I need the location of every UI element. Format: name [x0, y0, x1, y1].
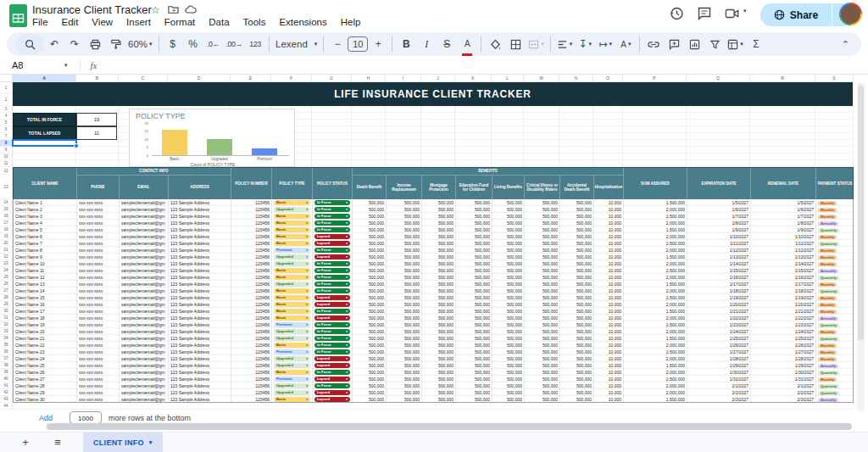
policy-type-chip[interactable]: Premium▾ [274, 248, 310, 253]
policy-status-chip[interactable]: In Force▾ [314, 370, 350, 375]
column-header-P[interactable]: P [623, 75, 687, 81]
menu-help[interactable]: Help [341, 17, 361, 27]
row-header-29[interactable]: 29 [0, 301, 13, 308]
row-header-22[interactable]: 22 [0, 254, 13, 260]
column-header-I[interactable]: I [386, 75, 421, 81]
row-header-12[interactable]: 12 [0, 167, 13, 175]
policy-status-chip[interactable]: In Force▾ [314, 322, 350, 327]
decrease-font-size-icon[interactable]: − [327, 34, 348, 54]
row-header-41[interactable]: 41 [0, 382, 13, 389]
policy-status-chip[interactable]: In Force▾ [314, 383, 350, 388]
policy-type-chip[interactable]: Upgraded▾ [274, 282, 310, 287]
row-header-10[interactable]: 10 [0, 153, 13, 160]
row-header-8[interactable]: 8 [0, 140, 13, 147]
row-header-39[interactable]: 39 [0, 369, 13, 376]
policy-type-chart[interactable]: POLICY TYPE Count of POLICY TYPE 0510152… [129, 109, 295, 167]
policy-status-chip[interactable]: In Force▾ [314, 282, 350, 287]
row-header-1[interactable]: 1 [0, 82, 13, 94]
policy-type-chip[interactable]: Upgraded▾ [274, 261, 310, 266]
comment-history-icon[interactable] [697, 6, 712, 21]
policy-status-chip[interactable]: Lapsed▾ [314, 241, 350, 246]
all-sheets-icon[interactable]: ≡ [51, 436, 64, 449]
version-history-icon[interactable] [669, 6, 684, 21]
meet-camera-icon[interactable] [725, 6, 740, 21]
menu-tools[interactable]: Tools [243, 17, 266, 27]
menu-edit[interactable]: Edit [62, 17, 79, 27]
policy-type-chip[interactable]: Basic▾ [274, 295, 310, 300]
row-header-7[interactable]: 7 [0, 133, 13, 140]
policy-status-chip[interactable]: Lapsed▾ [314, 356, 350, 361]
menu-view[interactable]: View [92, 17, 113, 27]
column-header-Q[interactable]: Q [687, 75, 750, 81]
policy-type-chip[interactable]: Basic▾ [274, 234, 310, 239]
menu-extensions[interactable]: Extensions [279, 17, 326, 27]
policy-type-chip[interactable]: Premium▾ [274, 377, 310, 382]
policy-type-chip[interactable]: Premium▾ [274, 322, 310, 327]
create-filter-icon[interactable] [704, 34, 725, 54]
policy-status-chip[interactable]: In Force▾ [314, 227, 350, 232]
menu-format[interactable]: Format [164, 17, 195, 27]
policy-status-chip[interactable]: In Force▾ [314, 309, 350, 314]
column-header-L[interactable]: L [492, 75, 524, 81]
table-views-icon[interactable]: ▾ [725, 34, 746, 54]
row-header-11[interactable]: 11 [0, 160, 13, 167]
policy-type-chip[interactable]: Upgraded▾ [274, 336, 310, 341]
policy-type-chip[interactable]: Basic▾ [274, 315, 310, 321]
more-formats-icon[interactable]: 123 [245, 34, 265, 54]
policy-status-chip[interactable]: In Force▾ [314, 275, 350, 280]
column-header-E[interactable]: E [231, 75, 271, 81]
vertical-align-icon[interactable]: ↧▾ [575, 34, 595, 54]
policy-status-chip[interactable]: In Force▾ [314, 261, 350, 266]
policy-type-chip[interactable]: Basic▾ [274, 200, 310, 205]
policy-type-chip[interactable]: Upgraded▾ [274, 390, 310, 395]
policy-status-chip[interactable]: In Force▾ [314, 220, 350, 226]
add-sheet-icon[interactable]: + [19, 436, 32, 449]
column-header-H[interactable]: H [352, 75, 386, 81]
row-header-3[interactable]: 3 [0, 106, 13, 113]
row-header-4[interactable]: 4 [0, 113, 13, 120]
column-header-G[interactable]: G [312, 75, 352, 81]
policy-type-chip[interactable]: Basic▾ [274, 227, 310, 232]
vertical-scrollbar-thumb[interactable] [858, 86, 864, 340]
font-size-input[interactable]: 10 [348, 36, 368, 52]
policy-type-chip[interactable]: Basic▾ [274, 220, 310, 226]
italic-icon[interactable]: I [416, 34, 437, 54]
column-header-K[interactable]: K [455, 75, 492, 81]
policy-type-chip[interactable]: Premium▾ [274, 349, 310, 354]
policy-status-chip[interactable]: In Force▾ [314, 336, 350, 341]
policy-type-chip[interactable]: Upgraded▾ [274, 356, 310, 361]
row-header-6[interactable]: 6 [0, 126, 13, 133]
policy-status-chip[interactable]: In Force▾ [314, 288, 350, 293]
row-header-35[interactable]: 35 [0, 342, 13, 349]
policy-status-chip[interactable]: Lapsed▾ [314, 302, 350, 307]
policy-type-chip[interactable]: Basic▾ [274, 397, 310, 402]
column-header-S[interactable]: S [815, 75, 854, 81]
account-avatar[interactable] [839, 3, 862, 25]
policy-status-chip[interactable]: Lapsed▾ [314, 363, 350, 368]
column-header-J[interactable]: J [421, 75, 455, 81]
row-header-27[interactable]: 27 [0, 287, 13, 294]
column-header-A[interactable]: A [13, 75, 76, 81]
format-currency-icon[interactable]: $ [163, 34, 183, 54]
policy-status-chip[interactable]: Lapsed▾ [314, 295, 350, 300]
camera-dropdown-icon[interactable]: ▾ [743, 8, 747, 14]
strikethrough-icon[interactable]: S [437, 34, 457, 54]
column-header-M[interactable]: M [524, 75, 559, 81]
row-header-26[interactable]: 26 [0, 281, 13, 287]
row-header-18[interactable]: 18 [0, 226, 13, 233]
horizontal-align-icon[interactable]: ▾ [554, 34, 576, 54]
policy-type-chip[interactable]: Basic▾ [274, 309, 310, 314]
zoom-select[interactable]: 60%▾ [125, 34, 155, 54]
insert-chart-icon[interactable] [684, 34, 704, 54]
policy-type-chip[interactable]: Upgraded▾ [274, 363, 310, 368]
font-select[interactable]: Lexend▾ [273, 34, 320, 54]
selected-cell-outline[interactable] [12, 139, 77, 147]
row-header-14[interactable]: 14 [0, 199, 13, 206]
row-header-13[interactable]: 13 [0, 175, 13, 199]
row-header-5[interactable]: 5 [0, 120, 13, 126]
row-header-36[interactable]: 36 [0, 349, 13, 355]
text-rotation-icon[interactable]: A▾ [615, 34, 636, 54]
insert-comment-icon[interactable] [664, 34, 684, 54]
column-header-D[interactable]: D [168, 75, 231, 81]
row-header-15[interactable]: 15 [0, 206, 13, 213]
